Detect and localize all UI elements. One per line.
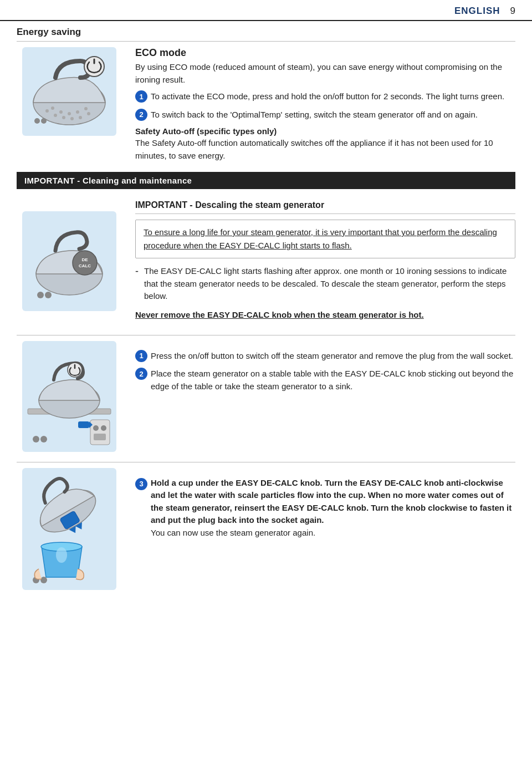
eco-mode-text: ECO mode By using ECO mode (reduced amou…: [135, 47, 515, 162]
section-title-bar: Energy saving: [0, 21, 532, 38]
svg-point-14: [41, 118, 47, 124]
descaling-step-badge-2: 2: [135, 368, 147, 380]
descaling-step-3: 3 Hold a cup under the EASY DE-CALC knob…: [135, 477, 515, 540]
svg-point-16: [73, 251, 97, 275]
step3-image: [22, 468, 116, 590]
safety-heading: Safety Auto-off (specific types only): [135, 126, 515, 136]
decalc-image-column: DE CALC: [17, 195, 122, 326]
svg-rect-28: [78, 421, 89, 428]
bold-warning: Never remove the EASY DE-CALC knob when …: [135, 308, 515, 322]
descaling-step-2: 2 Place the steam generator on a stable …: [135, 368, 515, 393]
svg-point-30: [33, 436, 39, 442]
underlined-warning: To ensure a long life for your steam gen…: [135, 220, 515, 258]
svg-text:DE: DE: [81, 257, 88, 262]
step1-image: [22, 341, 116, 452]
descaling-step-1-text: Press the on/off button to switch off th…: [151, 350, 513, 363]
svg-point-9: [59, 110, 63, 114]
descaling-step-3-normal-text: You can now use the steam generator agai…: [151, 528, 315, 537]
svg-text:CALC: CALC: [79, 263, 91, 268]
descaling-step-badge-1: 1: [135, 350, 147, 362]
svg-point-6: [79, 116, 82, 119]
descaling-section: DE CALC IMPORTANT - Descaling the steam …: [17, 195, 515, 326]
decalc-iron-image: DE CALC: [22, 211, 116, 311]
language-label: ENGLISH: [454, 6, 500, 17]
svg-point-12: [84, 107, 88, 110]
svg-rect-27: [94, 434, 106, 440]
svg-point-8: [51, 106, 54, 110]
svg-point-19: [37, 292, 44, 298]
svg-point-39: [40, 577, 47, 583]
svg-point-3: [54, 114, 57, 117]
descaling-text: IMPORTANT - Descaling the steam generato…: [135, 195, 515, 326]
page-header: ENGLISH 9: [0, 0, 532, 21]
step-3-section: 3 Hold a cup under the EASY DE-CALC knob…: [17, 462, 515, 590]
decalc-illustration-svg: DE CALC: [25, 213, 114, 310]
step1-image-column: [17, 341, 122, 452]
svg-point-13: [34, 118, 40, 124]
step-badge-1: 1: [135, 90, 147, 103]
step3-text: 3 Hold a cup under the EASY DE-CALC knob…: [135, 468, 515, 590]
svg-point-10: [68, 112, 71, 115]
dash-item: - The EASY DE-CALC light starts flashing…: [135, 265, 515, 303]
eco-desc: By using ECO mode (reduced amount of ste…: [135, 61, 515, 86]
svg-point-33: [56, 547, 67, 563]
svg-point-25: [93, 425, 99, 431]
svg-point-20: [45, 292, 52, 298]
safety-auto-off: Safety Auto-off (specific types only) Th…: [135, 126, 515, 162]
cleaning-maintenance-bar: IMPORTANT - Cleaning and maintenance: [17, 172, 515, 189]
descaling-step-3-bold-text: Hold a cup under the EASY DE-CALC knob. …: [151, 478, 511, 525]
step-2-text: To switch back to the 'OptimalTemp' sett…: [151, 109, 478, 121]
step1-illustration-svg: [25, 342, 114, 450]
svg-point-2: [45, 109, 49, 113]
page-number: 9: [510, 6, 515, 17]
descaling-step-1: 1 Press the on/off button to switch off …: [135, 350, 515, 363]
descaling-step-badge-3: 3: [135, 478, 147, 490]
eco-step-2: 2 To switch back to the 'OptimalTemp' se…: [135, 109, 515, 121]
iron-illustration-svg: [25, 50, 114, 133]
svg-point-7: [87, 112, 90, 115]
svg-point-31: [40, 436, 47, 442]
step3-image-column: [17, 468, 122, 590]
eco-mode-section: ECO mode By using ECO mode (reduced amou…: [17, 47, 515, 162]
svg-point-5: [70, 117, 74, 120]
step-1-text: To activate the ECO mode, press and hold…: [151, 90, 504, 103]
step3-illustration-svg: [25, 469, 114, 588]
step-badge-2: 2: [135, 109, 147, 121]
steps-text: 1 Press the on/off button to switch off …: [135, 341, 515, 452]
eco-step-1: 1 To activate the ECO mode, press and ho…: [135, 90, 515, 103]
dash-icon: -: [135, 265, 139, 278]
svg-point-4: [62, 116, 65, 119]
step3-content: Hold a cup under the EASY DE-CALC knob. …: [151, 477, 515, 540]
descaling-heading: IMPORTANT - Descaling the steam generato…: [135, 200, 515, 210]
eco-title: ECO mode: [135, 47, 515, 59]
svg-rect-24: [90, 420, 110, 445]
dash-text: The EASY DE-CALC light starts flashing a…: [144, 265, 515, 303]
svg-point-26: [101, 425, 106, 431]
eco-iron-image: [22, 47, 116, 136]
section-title: Energy saving: [17, 27, 81, 38]
steps-1-2-section: 1 Press the on/off button to switch off …: [17, 335, 515, 452]
main-content: ECO mode By using ECO mode (reduced amou…: [0, 47, 532, 590]
svg-point-11: [76, 110, 79, 114]
safety-text: The Safety Auto-off function automatical…: [135, 137, 515, 162]
descaling-step-2-text: Place the steam generator on a stable ta…: [151, 368, 515, 393]
eco-image-column: [17, 47, 122, 162]
